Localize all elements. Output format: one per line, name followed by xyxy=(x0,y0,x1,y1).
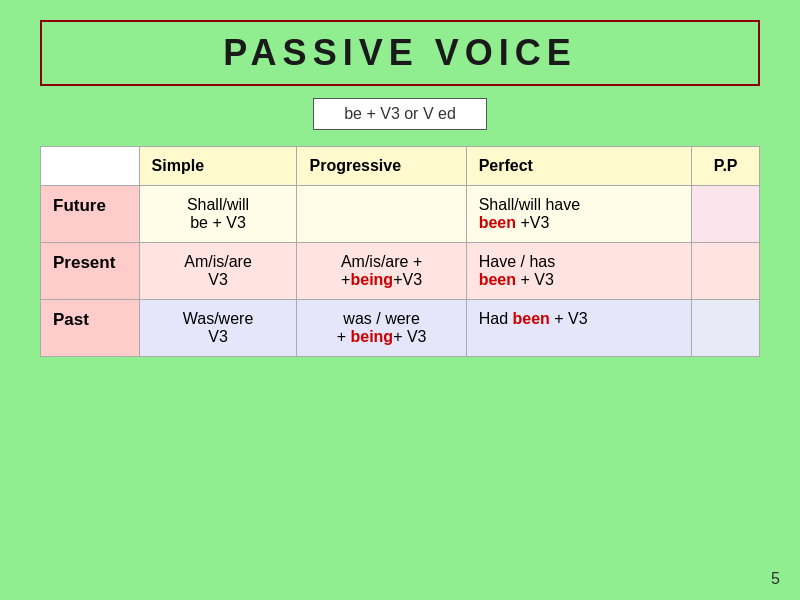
future-perfect: Shall/will have been +V3 xyxy=(466,186,692,243)
past-perfect-been: been xyxy=(512,310,549,327)
future-perfect-been: been xyxy=(479,214,516,231)
past-progressive: was / were+ being+ V3 xyxy=(297,300,466,357)
past-simple: Was/wereV3 xyxy=(139,300,297,357)
passive-voice-table: Simple Progressive Perfect P.P Future Sh… xyxy=(40,146,760,357)
header-empty xyxy=(41,147,140,186)
header-perfect: Perfect xyxy=(466,147,692,186)
present-simple: Am/is/areV3 xyxy=(139,243,297,300)
past-perfect: Had been + V3 xyxy=(466,300,692,357)
title-box: PASSIVE VOICE xyxy=(40,20,760,86)
future-progressive xyxy=(297,186,466,243)
subtitle-box: be + V3 or V ed xyxy=(313,98,487,130)
header-simple: Simple xyxy=(139,147,297,186)
past-label: Past xyxy=(41,300,140,357)
header-progressive: Progressive xyxy=(297,147,466,186)
present-perfect-been: been xyxy=(479,271,516,288)
future-label: Future xyxy=(41,186,140,243)
present-perfect: Have / has been + V3 xyxy=(466,243,692,300)
present-progressive: Am/is/are ++being+V3 xyxy=(297,243,466,300)
future-pp xyxy=(692,186,760,243)
past-progressive-being: being xyxy=(350,328,393,345)
page-title: PASSIVE VOICE xyxy=(223,32,576,73)
present-pp xyxy=(692,243,760,300)
present-progressive-being: being xyxy=(350,271,393,288)
subtitle-text: be + V3 or V ed xyxy=(344,105,456,122)
table-row-past: Past Was/wereV3 was / were+ being+ V3 Ha… xyxy=(41,300,760,357)
past-pp xyxy=(692,300,760,357)
table-row-future: Future Shall/willbe + V3 Shall/will have… xyxy=(41,186,760,243)
present-label: Present xyxy=(41,243,140,300)
table-row-present: Present Am/is/areV3 Am/is/are ++being+V3… xyxy=(41,243,760,300)
future-simple: Shall/willbe + V3 xyxy=(139,186,297,243)
page-number: 5 xyxy=(771,570,780,588)
header-pp: P.P xyxy=(692,147,760,186)
